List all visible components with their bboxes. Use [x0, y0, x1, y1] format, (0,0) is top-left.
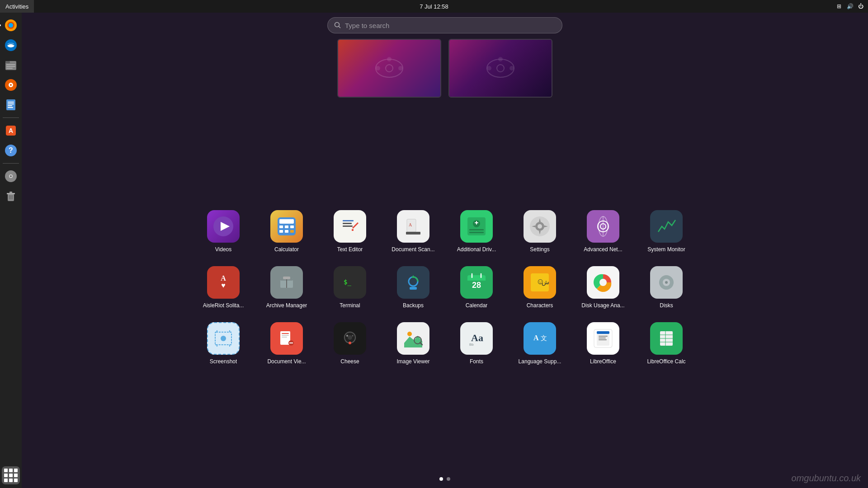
app-label-langsupp: Language Supp...: [519, 358, 561, 365]
svg-rect-50: [279, 230, 283, 233]
svg-rect-49: [290, 225, 294, 228]
app-sysmon[interactable]: System Monitor: [635, 206, 698, 257]
app-label-docview: Document Vie...: [267, 358, 306, 365]
sidebar-item-help[interactable]: ?: [2, 141, 20, 160]
sidebar-divider: [3, 117, 19, 118]
svg-point-128: [346, 335, 348, 337]
app-label-archman: Archive Manager: [266, 302, 307, 309]
app-texteditor[interactable]: Text Editor: [318, 206, 382, 257]
svg-point-108: [221, 336, 226, 341]
svg-text:Bb: Bb: [469, 343, 474, 347]
search-bar[interactable]: [327, 17, 562, 33]
topbar: Activities 7 Jul 12:58 ⊞ 🔊 ⏻: [0, 0, 868, 13]
svg-point-40: [487, 66, 491, 70]
svg-text:Aa: Aa: [471, 332, 483, 343]
app-chars[interactable]: ☺ش Characters: [508, 262, 571, 313]
svg-rect-15: [8, 103, 14, 104]
app-diskusage[interactable]: Disk Usage Ana...: [571, 262, 635, 313]
svg-rect-120: [282, 335, 289, 336]
app-label-screenshot: Screenshot: [210, 358, 237, 365]
svg-rect-67: [469, 229, 484, 230]
app-label-calculator: Calculator: [274, 246, 299, 253]
app-label-sysmon: System Monitor: [647, 246, 685, 253]
svg-text:$_: $_: [344, 278, 351, 286]
app-fonts[interactable]: AaBb Fonts: [445, 318, 508, 369]
main-area: Videos Calculator Text Editor A Document…: [22, 13, 868, 488]
app-screenshot[interactable]: Screenshot: [192, 318, 255, 369]
app-librocalc[interactable]: LibreOffice Calc: [635, 318, 698, 369]
svg-point-34: [386, 65, 393, 72]
sidebar-item-thunderbird[interactable]: [2, 36, 20, 54]
show-apps-button[interactable]: [2, 466, 20, 484]
app-cheese[interactable]: Cheese: [318, 318, 382, 369]
app-backups[interactable]: Backups: [382, 262, 445, 313]
app-imgview[interactable]: Image Viewer: [382, 318, 445, 369]
svg-text:文: 文: [541, 334, 547, 342]
power-icon: ⏻: [857, 3, 864, 10]
workspace-2[interactable]: [448, 39, 552, 98]
sidebar-item-firefox[interactable]: [2, 16, 20, 34]
svg-text:♥: ♥: [221, 282, 226, 289]
page-dot-2[interactable]: [447, 477, 450, 481]
app-langsupp[interactable]: A文 Language Supp...: [508, 318, 571, 369]
app-disks[interactable]: Disks: [635, 262, 698, 313]
app-label-imgview: Image Viewer: [396, 358, 429, 365]
app-label-solitaire: AisleRiot Solita...: [203, 302, 244, 309]
app-label-advnet: Advanced Net...: [584, 246, 622, 253]
workspace-1[interactable]: [337, 39, 441, 98]
svg-point-106: [665, 281, 668, 284]
svg-point-31: [335, 23, 340, 27]
app-advnet[interactable]: Advanced Net...: [571, 206, 635, 257]
sidebar-item-files[interactable]: [2, 56, 20, 74]
svg-point-129: [352, 335, 354, 337]
svg-point-35: [376, 66, 380, 70]
app-terminal[interactable]: $_ Terminal: [318, 262, 382, 313]
svg-text:28: 28: [472, 281, 481, 290]
app-label-settings: Settings: [530, 246, 549, 253]
svg-point-42: [498, 57, 503, 61]
app-docscan[interactable]: A Document Scan...: [382, 206, 445, 257]
app-archman[interactable]: Archive Manager: [255, 262, 318, 313]
svg-text:A: A: [9, 127, 13, 134]
app-adddrv[interactable]: Additional Driv...: [445, 206, 508, 257]
search-input[interactable]: [345, 22, 556, 29]
app-label-texteditor: Text Editor: [337, 246, 363, 253]
sidebar-item-cdrom[interactable]: [2, 167, 20, 185]
app-calendar[interactable]: 28 Calendar: [445, 262, 508, 313]
app-settings[interactable]: Settings: [508, 206, 571, 257]
app-label-fonts: Fonts: [470, 358, 483, 365]
activities-button[interactable]: Activities: [0, 0, 34, 13]
svg-point-12: [10, 84, 12, 86]
app-label-cheese: Cheese: [340, 358, 359, 365]
svg-rect-146: [599, 339, 607, 340]
svg-rect-48: [285, 225, 288, 228]
svg-rect-46: [279, 219, 294, 224]
svg-rect-143: [597, 331, 609, 334]
svg-rect-119: [282, 333, 289, 334]
svg-rect-66: [476, 221, 477, 225]
app-label-videos: Videos: [215, 246, 231, 253]
svg-point-102: [599, 279, 607, 286]
sidebar: A ?: [0, 13, 22, 488]
svg-point-36: [398, 66, 403, 70]
sidebar-item-rhythmbox[interactable]: [2, 76, 20, 94]
app-row-1: Videos Calculator Text Editor A Document…: [192, 206, 698, 257]
svg-point-2: [9, 23, 13, 28]
app-videos[interactable]: Videos: [192, 206, 255, 257]
sidebar-item-trash[interactable]: [2, 187, 20, 205]
sidebar-item-software[interactable]: A: [2, 122, 20, 140]
svg-text:ش: ش: [542, 279, 549, 286]
app-solitaire[interactable]: A♥ AisleRiot Solita...: [192, 262, 255, 313]
app-libreoffice[interactable]: LibreOffice: [571, 318, 635, 369]
sidebar-divider2: [3, 163, 19, 164]
app-label-terminal: Terminal: [340, 302, 360, 309]
svg-rect-56: [343, 225, 353, 227]
svg-point-39: [497, 65, 504, 72]
app-docview[interactable]: Document Vie...: [255, 318, 318, 369]
workspaces: [337, 39, 552, 98]
app-row-2: A♥ AisleRiot Solita... Archive Manager $…: [192, 262, 698, 313]
app-calculator[interactable]: Calculator: [255, 206, 318, 257]
svg-rect-91: [410, 287, 417, 290]
page-dot-1[interactable]: [439, 477, 443, 481]
sidebar-item-writer[interactable]: [2, 96, 20, 114]
